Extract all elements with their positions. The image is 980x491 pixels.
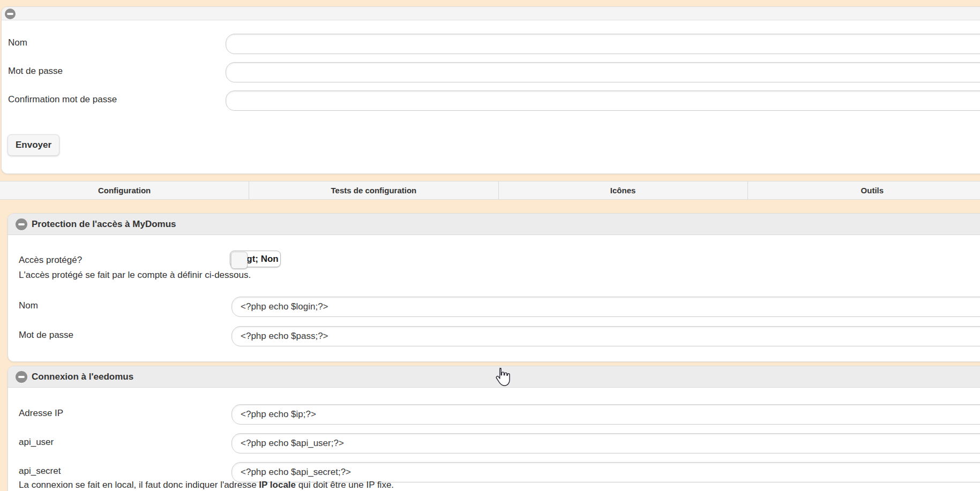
connexion-note-pre: La connexion se fait en local, il faut d… [19,480,259,490]
tab-configuration[interactable]: Configuration [0,182,249,199]
connexion-note-post: qui doit être une IP fixe. [296,480,394,490]
mot-de-passe-input[interactable] [226,62,980,82]
acces-protege-toggle[interactable]: &gt; Non [230,251,281,267]
confirmation-mot-de-passe-label: Confirmation mot de passe [8,89,117,110]
connexion-section-title: Connexion à l'eedomus [32,366,133,388]
api-user-label: api_user [19,432,54,452]
protection-collapsible-header[interactable]: Protection de l'accès à MyDomus [8,214,980,235]
nom-label: Nom [8,33,27,53]
collapse-minus-icon [5,9,16,19]
envoyer-button[interactable]: Envoyer [8,134,59,156]
protection-section-title: Protection de l'accès à MyDomus [32,214,176,235]
connexion-section: Connexion à l'eedomus Adresse IP api_use… [8,366,980,491]
password-input[interactable] [231,326,980,346]
tab-icones[interactable]: Icônes [499,182,748,199]
connexion-note-bold: IP locale [259,480,296,490]
account-form-panel: Nom Mot de passe Confirmation mot de pas… [1,6,980,174]
nom-input[interactable] [226,34,980,54]
api-user-input[interactable] [231,433,980,454]
toggle-handle[interactable] [231,252,248,269]
connexion-collapsible-header[interactable]: Connexion à l'eedomus [8,366,980,388]
login-label: Nom [19,296,38,316]
tab-outils[interactable]: Outils [748,182,980,199]
protection-note: L'accès protégé se fait par le compte à … [19,265,251,285]
mot-de-passe-label: Mot de passe [8,61,63,81]
tab-tests-de-configuration[interactable]: Tests de configuration [249,182,498,199]
adresse-ip-input[interactable] [231,404,980,425]
account-form-collapsible-header[interactable] [2,7,980,20]
page: { "colors": { "page_background": "#fce9c… [0,0,980,491]
login-input[interactable] [231,297,980,317]
protection-section: Protection de l'accès à MyDomus Accès pr… [8,213,980,362]
confirmation-mot-de-passe-input[interactable] [226,90,980,111]
collapse-minus-icon [16,371,27,383]
password-label: Mot de passe [19,325,73,345]
tabbar: Configuration Tests de configuration Icô… [0,181,980,200]
collapse-minus-icon [16,218,27,230]
adresse-ip-label: Adresse IP [19,403,63,424]
connexion-note: La connexion se fait en local, il faut d… [19,475,394,491]
